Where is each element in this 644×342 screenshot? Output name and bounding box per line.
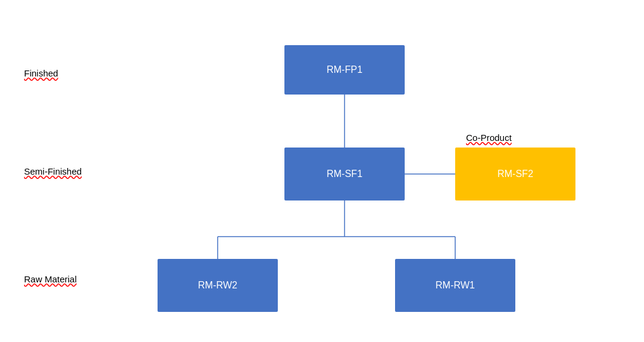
box-rw2[interactable]: RM-RW2 xyxy=(158,259,278,312)
box-fp1-label: RM-FP1 xyxy=(327,64,363,75)
box-rw1[interactable]: RM-RW1 xyxy=(395,259,515,312)
box-rw2-label: RM-RW2 xyxy=(198,280,237,291)
box-fp1[interactable]: RM-FP1 xyxy=(284,45,405,95)
box-sf2[interactable]: RM-SF2 xyxy=(455,148,575,201)
finished-label: Finished xyxy=(24,68,58,78)
co-product-label: Co-Product xyxy=(466,132,512,143)
box-rw1-label: RM-RW1 xyxy=(435,280,474,291)
diagram-container: Finished Semi-Finished Raw Material Co-P… xyxy=(0,0,644,342)
raw-material-label: Raw Material xyxy=(24,274,77,284)
semi-finished-label: Semi-Finished xyxy=(24,166,82,176)
box-sf2-label: RM-SF2 xyxy=(497,169,533,179)
box-sf1[interactable]: RM-SF1 xyxy=(284,148,405,201)
box-sf1-label: RM-SF1 xyxy=(327,169,363,179)
